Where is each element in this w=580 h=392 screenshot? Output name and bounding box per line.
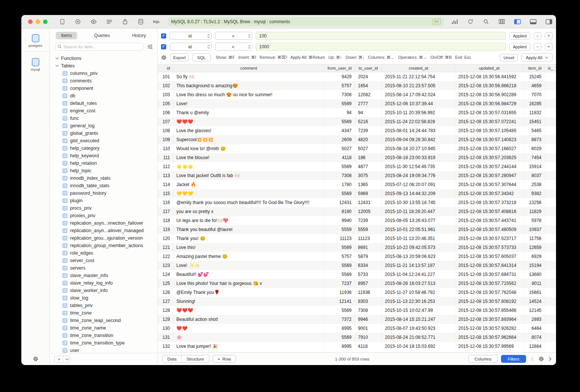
cell-created_at[interactable]: 2015-11-21 22:12:54.754: [382, 72, 455, 81]
zoom-window-button[interactable]: [43, 19, 48, 24]
cell-created_at[interactable]: 2015-10-30 13:55:18.745: [382, 198, 455, 207]
cell-comment[interactable]: Ur legs are to die for🙌🏻💖: [173, 216, 324, 225]
table-row[interactable]: 132Love that jumper! 🎉899541182015-10-24…: [158, 342, 556, 351]
sidebar-table-time_zone[interactable]: time_zone: [50, 309, 157, 317]
cell-is_[interactable]: [545, 315, 556, 324]
cell-to_user_id[interactable]: 4118: [355, 342, 382, 351]
cell-created_at[interactable]: 2015-08-24 19:09:34.776: [382, 171, 455, 180]
cell-created_at[interactable]: 2015-08-07 19:43:50.923: [382, 324, 455, 333]
cell-from_user_id[interactable]: 8995: [324, 324, 355, 333]
table-row[interactable]: 106Thank u @emily94942015-10-11 20:39:56…: [158, 108, 556, 117]
cell-to_user_id[interactable]: 2024: [355, 72, 382, 81]
table-row[interactable]: 128❤️❤️❤️556973082015-10-15 10:02:47.992…: [158, 306, 556, 315]
sidebar-table-help_category[interactable]: help_category: [50, 145, 157, 152]
cell-from_user_id[interactable]: 5757: [324, 252, 355, 261]
database-icon[interactable]: [137, 18, 144, 25]
column-header-comment[interactable]: comment: [173, 64, 324, 72]
table-row[interactable]: 109Supercool💥💥💥260948202015-09-04 09:28:…: [158, 135, 556, 144]
cell-is_[interactable]: [545, 225, 556, 234]
cell-to_user_id[interactable]: 12005: [355, 207, 382, 216]
filter-remove-button[interactable]: [534, 43, 541, 50]
table-row[interactable]: 129Beautiful action shot!737299462015-08…: [158, 315, 556, 324]
sidebar-table-innodb_table_stats[interactable]: innodb_table_stats: [50, 182, 157, 189]
cell-is_[interactable]: [545, 117, 556, 126]
cell-is_[interactable]: [545, 72, 556, 81]
column-header-to_user_id[interactable]: to_user_id: [355, 64, 382, 72]
cell-created_at[interactable]: 2015-10-01 22:05:51.961: [382, 225, 455, 234]
cell-created_at[interactable]: 2015-10-11 13:20:46.351: [382, 234, 455, 243]
cell-item_id[interactable]: 7454: [523, 153, 545, 162]
cell-item_id[interactable]: 8074: [523, 333, 545, 342]
sidebar-table-tables_priv[interactable]: tables_priv: [50, 302, 157, 309]
cell-comment[interactable]: 🌟🌟🌟: [173, 162, 324, 171]
cell-comment[interactable]: Stunning!: [173, 297, 324, 306]
cell-id[interactable]: 120: [158, 234, 173, 243]
cell-from_user_id[interactable]: 5559: [324, 225, 355, 234]
cell-id[interactable]: 127: [158, 297, 173, 306]
add-item-dropdown-button[interactable]: [64, 356, 70, 362]
cell-item_id[interactable]: 8011: [523, 279, 545, 288]
cell-created_at[interactable]: 2015-11-30 12:54:49.735: [382, 162, 455, 171]
cell-from_user_id[interactable]: 5569: [324, 162, 355, 171]
cell-from_user_id[interactable]: 2609: [324, 135, 355, 144]
cell-to_user_id[interactable]: 9001: [355, 324, 382, 333]
cell-from_user_id[interactable]: 8180: [324, 207, 355, 216]
cell-is_[interactable]: [545, 99, 556, 108]
cell-id[interactable]: 131: [158, 333, 173, 342]
cell-updated_at[interactable]: 2015-12-08 15:30:57.105485: [455, 126, 523, 135]
table-row[interactable]: 117you are so pretty x8180120052015-10-1…: [158, 207, 556, 216]
cell-to_user_id[interactable]: 8957: [355, 279, 382, 288]
cell-is_[interactable]: [545, 144, 556, 153]
section-tables[interactable]: Tables: [50, 62, 157, 70]
cell-updated_at[interactable]: 2015-12-08 15:30:57.715562: [455, 279, 523, 288]
ssl-lock-icon[interactable]: [122, 18, 128, 25]
cell-id[interactable]: 114: [158, 180, 173, 189]
disconnect-icon[interactable]: [75, 18, 81, 25]
cell-comment[interactable]: Supercool💥💥💥: [173, 135, 324, 144]
cell-from_user_id[interactable]: 12431: [324, 198, 355, 207]
cell-is_[interactable]: [545, 324, 556, 333]
cell-comment[interactable]: Love that jumper! 🎉: [173, 342, 324, 351]
cell-comment[interactable]: Beautiful action shot!: [173, 315, 324, 324]
cell-updated_at[interactable]: 2015-12-08 15:30:57.166027: [455, 144, 523, 153]
cell-is_[interactable]: [545, 126, 556, 135]
cell-id[interactable]: 113: [158, 171, 173, 180]
filter-applied-button[interactable]: Applied: [509, 43, 530, 51]
column-header-from_user_id[interactable]: from_user_id: [324, 64, 355, 72]
sidebar-table-replication_asyn...ailover_managed[interactable]: replication_asyn...ailover_managed: [50, 227, 157, 234]
cell-item_id[interactable]: 5978: [523, 216, 545, 225]
sidebar-table-comments[interactable]: comments: [50, 77, 157, 85]
cell-id[interactable]: 123: [158, 261, 173, 270]
cell-created_at[interactable]: 2015-07-12 06:20:07.091: [382, 180, 455, 189]
cell-id[interactable]: 102: [158, 81, 173, 90]
cell-id[interactable]: 107: [158, 117, 173, 126]
cell-comment[interactable]: ❤️❤️❤️: [173, 306, 324, 315]
cell-updated_at[interactable]: 2015-12-08 15:30:57.523717: [455, 234, 523, 243]
next-page-icon[interactable]: [549, 357, 552, 361]
add-item-button[interactable]: [55, 356, 64, 362]
cell-item_id[interactable]: 13256: [523, 198, 545, 207]
cell-comment[interactable]: Love this dress so much 😍 so nice for su…: [173, 90, 324, 99]
cell-comment[interactable]: Love this photo! Your hair is gorgeous 😘…: [173, 279, 324, 288]
prev-page-icon[interactable]: [531, 357, 534, 361]
search-icon[interactable]: [483, 18, 489, 25]
table-row[interactable]: 116@emily thank you soooo much beautiful…: [158, 198, 556, 207]
cell-to_user_id[interactable]: 5879: [355, 252, 382, 261]
sidebar-table-slow_log[interactable]: slow_log: [50, 294, 157, 302]
cell-id[interactable]: 117: [158, 207, 173, 216]
cell-comment[interactable]: Thank you beautiful @laurel: [173, 225, 324, 234]
cell-comment[interactable]: Thank u @emily: [173, 108, 324, 117]
table-row[interactable]: 105Love!556927772015-12-06 10:37:39.4420…: [158, 99, 556, 108]
sidebar-table-func[interactable]: func: [50, 115, 157, 122]
table-row[interactable]: 102This background is amazing😍5757165420…: [158, 81, 556, 90]
table-row[interactable]: 108Love the glasses!434772392015-08-01 1…: [158, 126, 556, 135]
cell-created_at[interactable]: 2015-09-13 14:44:32.209: [382, 189, 455, 198]
cell-is_[interactable]: [545, 270, 556, 279]
cell-updated_at[interactable]: 2015-12-08 15:30:57.072241: [455, 117, 523, 126]
cell-item_id[interactable]: 4659: [523, 81, 545, 90]
search-input[interactable]: [63, 45, 141, 49]
table-row[interactable]: 113Love that jacket! Outfit is fab 🙌🏻730…: [158, 171, 556, 180]
cell-updated_at[interactable]: 2015-12-08 15:30:57.641314: [455, 261, 523, 270]
cell-updated_at[interactable]: 2015-12-08 15:30:57.031655: [455, 108, 523, 117]
cell-to_user_id[interactable]: 8691: [355, 243, 382, 252]
